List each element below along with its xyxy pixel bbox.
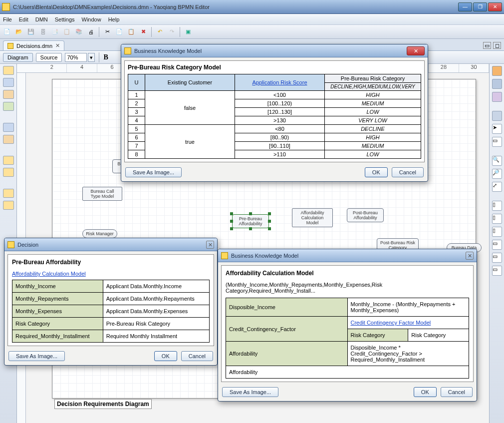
- table-row[interactable]: Affordability: [226, 366, 469, 379]
- doc-icon[interactable]: 📑: [50, 27, 60, 37]
- table-row[interactable]: 1false<100HIGH: [128, 91, 421, 99]
- node-bureau-call-type-model[interactable]: Bureau Call Type Model: [82, 187, 122, 201]
- marquee-icon[interactable]: ▭: [492, 137, 502, 147]
- dialog-bkm-table[interactable]: Business Knowledge Model ✕ Pre-Bureau Ri…: [121, 44, 428, 182]
- dialog-icon: [221, 252, 228, 259]
- palette-tool[interactable]: [3, 123, 14, 132]
- ok-button[interactable]: OK: [365, 167, 388, 177]
- pointer-icon[interactable]: ➤: [492, 124, 502, 134]
- save-icon[interactable]: 💾: [26, 27, 36, 37]
- decision-table: U Existing Customer Application Risk Sco…: [128, 74, 421, 159]
- new-icon[interactable]: 📄: [2, 27, 12, 37]
- palette-tool[interactable]: [3, 156, 14, 165]
- select-icon[interactable]: [492, 111, 502, 121]
- align2-icon[interactable]: ▯: [492, 214, 502, 224]
- menu-window[interactable]: Window: [82, 16, 101, 22]
- max-icon[interactable]: ◻: [493, 42, 501, 49]
- table-row[interactable]: Credit_Contingency_FactorCredit Continge…: [226, 317, 469, 329]
- docs-icon[interactable]: 📚: [74, 27, 84, 37]
- dialog-close-button[interactable]: ✕: [407, 46, 425, 55]
- zoom-dropdown-icon[interactable]: ▾: [88, 53, 95, 62]
- bold-button[interactable]: B: [103, 53, 108, 61]
- paste-icon[interactable]: 📋: [126, 27, 136, 37]
- col-score[interactable]: Application Risk Score: [235, 74, 325, 91]
- zoom-input[interactable]: [65, 53, 87, 62]
- cancel-button[interactable]: Cancel: [392, 167, 424, 177]
- table-row[interactable]: Required_Monthly_InstallmentRequired Mon…: [12, 330, 210, 343]
- save-image-button[interactable]: Save As Image...: [8, 351, 65, 361]
- dialog-header[interactable]: Business Knowledge Model ✕: [121, 44, 428, 57]
- document-tab[interactable]: Decisions.dmn ✕: [3, 40, 64, 50]
- dialog-close-icon[interactable]: ✕: [206, 241, 214, 249]
- align3-icon[interactable]: ▯: [492, 227, 502, 237]
- close-button[interactable]: ✕: [488, 2, 502, 11]
- right-palette: ➤ ▭ 🔍 🔎 ⤢ ▯ ▯ ▯ ▭ ▭ ▭: [489, 64, 504, 423]
- node-affordability-calc-model[interactable]: Affordability Calculation Model: [292, 208, 333, 227]
- align4-icon[interactable]: ▭: [492, 240, 502, 250]
- ok-button[interactable]: OK: [414, 387, 437, 397]
- menu-dmn[interactable]: DMN: [35, 16, 48, 22]
- node-pre-bureau-affordability[interactable]: Pre-Bureau Affordability: [232, 214, 269, 228]
- table-row[interactable]: AffordabilityDisposible_Income * Credit_…: [226, 342, 469, 366]
- overview-icon[interactable]: [492, 66, 502, 76]
- dialog-header[interactable]: Business Knowledge Model ✕: [218, 249, 477, 262]
- zoomin-icon[interactable]: 🔍: [492, 156, 502, 166]
- layers-icon[interactable]: [492, 92, 502, 102]
- print-icon[interactable]: 🖨: [86, 27, 96, 37]
- palette-tool[interactable]: [3, 189, 14, 198]
- node-post-bureau-affordability[interactable]: Post-Bureau Affordability: [347, 208, 384, 222]
- table-row[interactable]: Monthly_ExpensesApplicant Data.Monthly.E…: [12, 305, 210, 318]
- delete-icon[interactable]: ✖: [138, 27, 148, 37]
- table-row[interactable]: Disposible_IncomeMonthly_Income - (Month…: [226, 298, 469, 317]
- table-row[interactable]: Monthly_IncomeApplicant Data.Monthly.Inc…: [12, 280, 210, 293]
- zoomfit-icon[interactable]: ⤢: [492, 182, 502, 192]
- palette-tool[interactable]: [3, 90, 14, 99]
- palette-tool[interactable]: [3, 201, 14, 210]
- align-icon[interactable]: ▯: [492, 201, 502, 211]
- run-icon[interactable]: ▣: [183, 27, 193, 37]
- palette-tool[interactable]: [3, 168, 14, 177]
- diagram-tab[interactable]: Diagram: [3, 53, 33, 62]
- node-risk-manager[interactable]: Risk Manager: [82, 229, 117, 238]
- copydoc-icon[interactable]: 📋: [62, 27, 72, 37]
- palette-tool[interactable]: [3, 135, 14, 144]
- cancel-button[interactable]: Cancel: [181, 351, 213, 361]
- dialog-header[interactable]: Decision ✕: [4, 238, 217, 251]
- save-image-button[interactable]: Save As Image...: [125, 167, 182, 177]
- zoomout-icon[interactable]: 🔎: [492, 169, 502, 179]
- table-row[interactable]: Risk CategoryPre-Bureau Risk Category: [12, 318, 210, 330]
- palette-tool[interactable]: [3, 102, 14, 111]
- dialog-close-icon[interactable]: ✕: [466, 252, 474, 260]
- redo-icon[interactable]: ↷: [167, 27, 177, 37]
- zoom-control[interactable]: ▾: [65, 53, 95, 62]
- menu-file[interactable]: File: [3, 16, 12, 22]
- undo-icon[interactable]: ↶: [155, 27, 165, 37]
- saveall-icon[interactable]: 🗄: [38, 27, 48, 37]
- grid-icon[interactable]: [492, 79, 502, 89]
- open-icon[interactable]: 📂: [14, 27, 24, 37]
- function-signature: (Monthly_Income,Monthly_Repayments,Month…: [226, 280, 469, 298]
- cut-icon[interactable]: ✂: [102, 27, 112, 37]
- restore-icon[interactable]: ▭: [483, 42, 491, 49]
- dialog-decision[interactable]: Decision ✕ Pre-Bureau Affordability Affo…: [4, 238, 218, 366]
- palette-tool[interactable]: [3, 78, 14, 87]
- table-row[interactable]: 5true<80DECLINE: [128, 125, 421, 133]
- align5-icon[interactable]: ▭: [492, 253, 502, 263]
- menu-edit[interactable]: Edit: [19, 16, 28, 22]
- copy-icon[interactable]: 📄: [114, 27, 124, 37]
- minimize-button[interactable]: —: [458, 2, 472, 11]
- menu-settings[interactable]: Settings: [55, 16, 75, 22]
- source-tab[interactable]: Source: [36, 53, 62, 62]
- align6-icon[interactable]: ▭: [492, 266, 502, 276]
- invocation-link[interactable]: Affordability Calculation Model: [12, 271, 86, 277]
- dialog-bkm-context[interactable]: Business Knowledge Model ✕ Affordability…: [218, 249, 477, 402]
- save-image-button[interactable]: Save As Image...: [222, 387, 278, 397]
- menu-help[interactable]: Help: [108, 16, 120, 22]
- ok-button[interactable]: OK: [154, 351, 177, 361]
- cancel-button[interactable]: Cancel: [441, 387, 473, 397]
- maximize-button[interactable]: ❐: [473, 2, 487, 11]
- palette-tool[interactable]: [3, 66, 14, 75]
- titlebar[interactable]: C:\Users\Blenta\Desktop\DMNExamples\Deci…: [0, 0, 504, 14]
- table-row[interactable]: Monthly_RepaymentsApplicant Data.Monthly…: [12, 293, 210, 305]
- doc-tab-close-icon[interactable]: ✕: [55, 42, 60, 49]
